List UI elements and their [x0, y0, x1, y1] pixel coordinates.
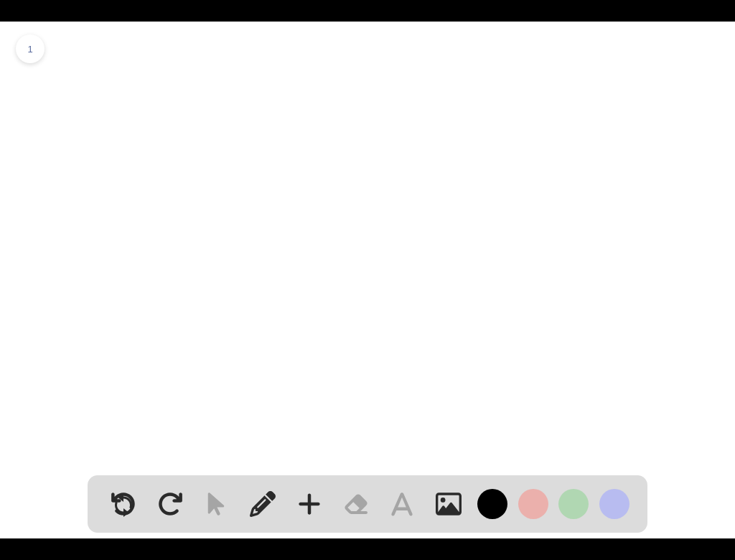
redo-button[interactable]: [152, 486, 188, 522]
pointer-button[interactable]: [198, 486, 234, 522]
pencil-icon: [250, 491, 276, 517]
pencil-button[interactable]: [245, 486, 281, 522]
image-button[interactable]: [431, 486, 467, 522]
color-swatch-green[interactable]: [558, 489, 589, 519]
color-swatch-black[interactable]: [477, 489, 507, 519]
color-swatch-purple[interactable]: [599, 489, 629, 519]
undo-icon: [111, 491, 136, 517]
page-number-label: 1: [27, 44, 32, 55]
image-icon: [436, 491, 462, 517]
eraser-button[interactable]: [338, 486, 374, 522]
text-icon: [389, 491, 415, 517]
text-button[interactable]: [384, 486, 420, 522]
pointer-icon: [203, 491, 229, 517]
add-button[interactable]: [291, 486, 327, 522]
color-swatch-red[interactable]: [518, 489, 548, 519]
plus-icon: [296, 491, 322, 517]
redo-icon: [157, 491, 183, 517]
eraser-icon: [343, 491, 369, 517]
undo-button[interactable]: [106, 486, 141, 522]
toolbar: [88, 475, 647, 533]
canvas-area[interactable]: [0, 22, 735, 538]
page-number-badge[interactable]: 1: [16, 34, 45, 63]
